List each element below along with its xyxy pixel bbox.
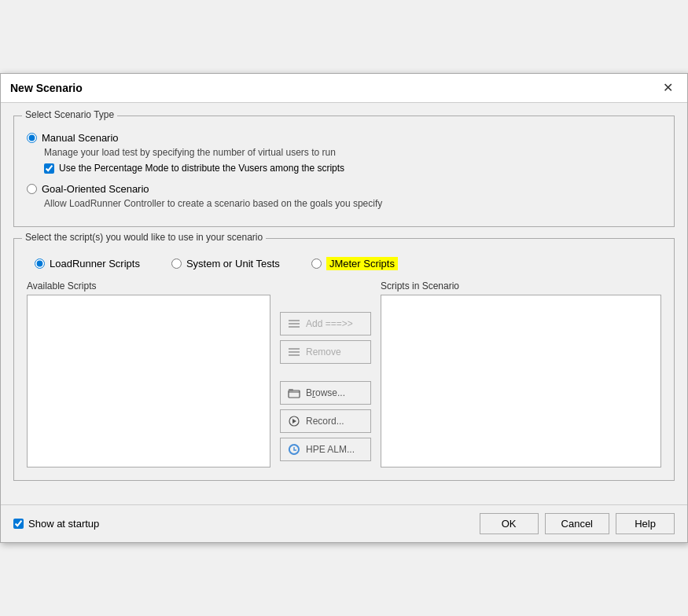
remove-icon <box>287 345 301 359</box>
jmeter-scripts-radio[interactable] <box>311 258 322 269</box>
record-icon <box>287 414 301 428</box>
hpe-alm-button-label: HPE ALM... <box>306 444 355 455</box>
show-at-startup-checkbox[interactable] <box>13 519 24 529</box>
scripts-group: Select the script(s) you would like to u… <box>13 238 675 481</box>
svg-rect-3 <box>289 351 300 353</box>
goal-oriented-radio-row: Goal-Oriented Scenario <box>27 183 661 195</box>
footer-buttons: OK Cancel Help <box>480 513 675 534</box>
browse-button[interactable]: Browse... <box>280 381 371 405</box>
available-scripts-listbox[interactable] <box>27 295 270 468</box>
browse-button-label: Browse... <box>306 387 345 398</box>
show-at-startup-label[interactable]: Show at startup <box>28 518 99 530</box>
hpe-alm-icon <box>287 442 301 456</box>
jmeter-scripts-radio-item: JMeter Scripts <box>311 258 398 270</box>
percentage-mode-row: Use the Percentage Mode to distribute th… <box>44 163 661 174</box>
title-bar: New Scenario ✕ <box>1 74 687 103</box>
scenario-type-legend: Select Scenario Type <box>22 109 117 120</box>
percentage-mode-checkbox[interactable] <box>44 163 54 174</box>
add-button-label: Add ===>> <box>306 318 353 329</box>
goal-oriented-section: Goal-Oriented Scenario Allow LoadRunner … <box>27 183 661 209</box>
add-button[interactable]: Add ===>> <box>280 312 371 336</box>
unit-tests-radio-item: System or Unit Tests <box>171 258 280 270</box>
jmeter-highlight: JMeter Scripts <box>326 257 398 270</box>
svg-rect-0 <box>289 323 300 324</box>
lr-scripts-radio-item: LoadRunner Scripts <box>35 258 140 270</box>
cancel-button[interactable]: Cancel <box>545 513 609 534</box>
scenario-type-group: Select Scenario Type Manual Scenario Man… <box>13 116 675 227</box>
show-at-startup-area: Show at startup <box>13 518 99 530</box>
hpe-alm-button[interactable]: HPE ALM... <box>280 438 371 461</box>
available-scripts-col: Available Scripts <box>27 280 270 468</box>
remove-button-label: Remove <box>306 346 341 358</box>
scenario-scripts-col: Scripts in Scenario <box>381 280 661 468</box>
manual-scenario-label[interactable]: Manual Scenario <box>42 132 119 144</box>
scenario-scripts-label: Scripts in Scenario <box>381 280 661 292</box>
scripts-action-buttons: Add ===>> Remove <box>270 280 381 461</box>
remove-button[interactable]: Remove <box>280 340 371 364</box>
dialog-title: New Scenario <box>10 82 83 94</box>
unit-tests-radio[interactable] <box>171 258 182 269</box>
lr-scripts-radio[interactable] <box>35 258 45 269</box>
svg-rect-1 <box>289 320 300 321</box>
scripts-group-legend: Select the script(s) you would like to u… <box>22 232 266 243</box>
help-button[interactable]: Help <box>616 513 675 534</box>
goal-oriented-description: Allow LoadRunner Controller to create a … <box>44 198 661 209</box>
manual-scenario-description: Manage your load test by specifying the … <box>44 147 661 158</box>
record-button[interactable]: Record... <box>280 409 371 433</box>
available-scripts-label: Available Scripts <box>27 280 270 292</box>
svg-rect-2 <box>289 326 300 328</box>
dialog-footer: Show at startup OK Cancel Help <box>1 504 687 542</box>
lr-scripts-label[interactable]: LoadRunner Scripts <box>50 258 140 270</box>
dialog-body: Select Scenario Type Manual Scenario Man… <box>1 103 687 504</box>
manual-scenario-section: Manual Scenario Manage your load test by… <box>27 132 661 174</box>
scenario-scripts-listbox[interactable] <box>381 295 661 468</box>
add-icon <box>287 317 301 331</box>
browse-icon <box>287 386 301 400</box>
unit-tests-label[interactable]: System or Unit Tests <box>186 258 280 270</box>
btn-spacer <box>280 368 371 376</box>
manual-scenario-radio-row: Manual Scenario <box>27 132 661 144</box>
percentage-mode-label[interactable]: Use the Percentage Mode to distribute th… <box>59 163 344 174</box>
goal-oriented-label[interactable]: Goal-Oriented Scenario <box>42 183 149 195</box>
svg-rect-6 <box>289 390 300 398</box>
manual-scenario-radio[interactable] <box>27 133 37 143</box>
svg-rect-4 <box>289 348 300 350</box>
scripts-radio-row: LoadRunner Scripts System or Unit Tests … <box>27 258 661 270</box>
record-button-label: Record... <box>306 416 344 427</box>
svg-rect-5 <box>289 354 300 356</box>
ok-button[interactable]: OK <box>480 513 539 534</box>
dialog-window: New Scenario ✕ Select Scenario Type Manu… <box>0 73 688 543</box>
close-button[interactable]: ✕ <box>658 80 678 96</box>
jmeter-scripts-label[interactable]: JMeter Scripts <box>326 258 398 270</box>
svg-rect-7 <box>289 389 293 391</box>
scripts-columns: Available Scripts Add ===>> <box>27 280 661 468</box>
goal-oriented-radio[interactable] <box>27 184 37 194</box>
